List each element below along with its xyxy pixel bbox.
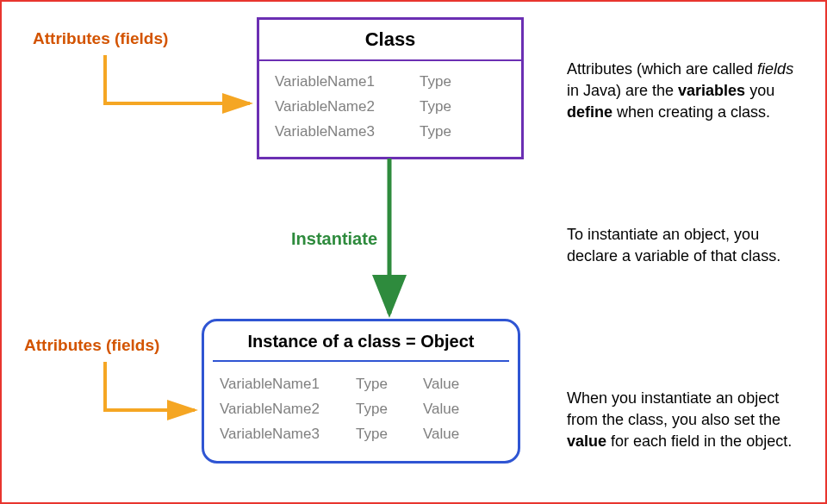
field-type: Type	[356, 397, 416, 422]
text: When you instantiate an object from the …	[567, 389, 780, 428]
text: in Java) are the	[567, 82, 678, 99]
text: when creating a class.	[612, 103, 770, 121]
object-box: Instance of a class = Object VariableNam…	[202, 319, 520, 464]
explain-object: When you instantiate an object from the …	[567, 388, 808, 453]
text-italic: fields	[757, 60, 793, 78]
object-field-row: VariableName1 Type Value	[220, 372, 502, 397]
field-name: VariableName2	[220, 397, 349, 422]
attributes-label-bottom: Attributes (fields)	[24, 336, 159, 355]
text-bold: define	[567, 103, 612, 121]
field-name: VariableName3	[220, 422, 349, 447]
text-bold: value	[567, 432, 606, 450]
explain-attributes: Attributes (which are called fields in J…	[567, 59, 808, 124]
text: Attributes (which are called	[567, 60, 757, 78]
field-value: Value	[423, 422, 483, 447]
field-name: VariableName1	[220, 372, 349, 397]
instantiate-label: Instantiate	[291, 229, 377, 249]
diagram-frame: Attributes (fields) Class VariableName1 …	[0, 0, 827, 504]
object-field-row: VariableName2 Type Value	[220, 397, 502, 422]
text-bold: variables	[678, 82, 745, 99]
field-type: Type	[356, 372, 416, 397]
text: you	[745, 82, 774, 99]
object-box-body: VariableName1 Type Value VariableName2 T…	[204, 362, 518, 461]
text: for each field in the object.	[606, 432, 792, 450]
field-value: Value	[423, 372, 483, 397]
explain-instantiate: To instantiate an object, you declare a …	[567, 224, 808, 267]
field-type: Type	[356, 422, 416, 447]
object-box-title: Instance of a class = Object	[204, 321, 518, 360]
field-value: Value	[423, 397, 483, 422]
object-field-row: VariableName3 Type Value	[220, 422, 502, 447]
